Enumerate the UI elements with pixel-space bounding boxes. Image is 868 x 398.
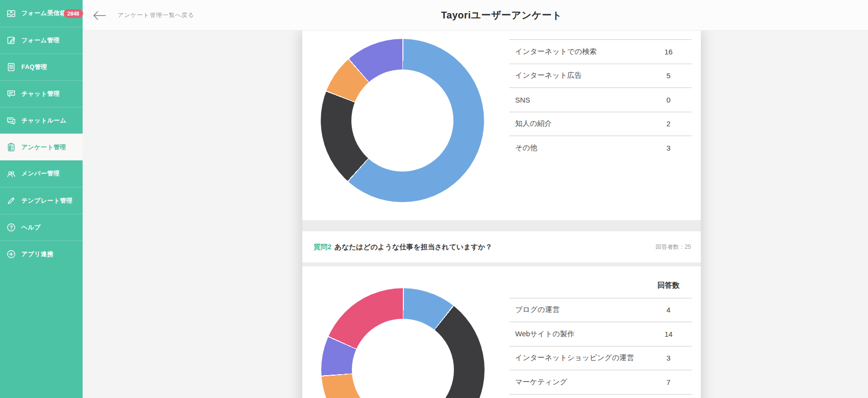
answer-count: 4 (645, 306, 692, 314)
table-row: インターネット広告5 (509, 64, 692, 88)
inbox-count-badge: 2848 (64, 9, 83, 18)
back-link-label: アンケート管理一覧へ戻る (118, 11, 194, 19)
answer-count: 3 (645, 354, 692, 362)
back-arrow-icon (93, 11, 106, 20)
answer-label: インターネットショッピングの運営 (509, 353, 645, 363)
answers-table-q2: 回答数ブログの運営4Webサイトの製作14インターネットショッピングの運営3マー… (509, 274, 692, 398)
sidebar-item-help[interactable]: ? ヘルプ (0, 214, 83, 241)
answer-count: 16 (645, 48, 692, 56)
sidebar-item-chat-management[interactable]: チャット管理 (0, 80, 83, 107)
sidebar-item-template-management[interactable]: テンプレート管理 (0, 187, 83, 214)
donut-chart-q2[interactable] (321, 288, 485, 398)
sidebar-item-faq-management[interactable]: FAQ管理 (0, 53, 83, 80)
sidebar-item-label: ヘルプ (21, 224, 41, 232)
sidebar-item-label: FAQ管理 (21, 63, 47, 71)
answer-label: Webサイトの製作 (509, 329, 645, 339)
sidebar-item-label: フォーム受信箱 (21, 9, 66, 17)
app-window: フォーム受信箱 2848 フォーム管理 FAQ管理 (0, 0, 868, 398)
answer-count: 5 (645, 71, 692, 80)
back-button[interactable]: アンケート管理一覧へ戻る (93, 0, 194, 31)
answer-count: 7 (645, 378, 692, 386)
table-row-divider (509, 394, 692, 398)
app-link-icon (6, 249, 17, 260)
answer-label: SNS (509, 96, 645, 104)
table-header-row: 回答数 (509, 274, 692, 298)
inbox-icon (6, 8, 17, 19)
question2-card: 回答数ブログの運営4Webサイトの製作14インターネットショッピングの運営3マー… (302, 266, 701, 398)
answer-label: 知人の紹介 (509, 119, 645, 128)
sidebar-item-member-management[interactable]: メンバー管理 (0, 160, 83, 187)
top-bar: アンケート管理一覧へ戻る Tayoriユーザーアンケート (83, 0, 868, 31)
sidebar-item-label: フォーム管理 (21, 36, 60, 45)
question2-header-card: 質問2あなたはどのような仕事を担当されていますか？ 回答者数：25 (302, 231, 701, 262)
question1-card: インターネットでの検索16インターネット広告5SNS0知人の紹介2その他3 (302, 31, 701, 220)
svg-text:?: ? (10, 225, 13, 230)
page-title: Tayoriユーザーアンケート (302, 0, 701, 31)
sidebar-item-label: チャット管理 (21, 90, 60, 98)
answer-label: インターネットでの検索 (509, 47, 645, 56)
table-row: インターネットショッピングの運営3 (509, 346, 692, 370)
sidebar-item-form-management[interactable]: フォーム管理 (0, 27, 83, 53)
answer-count: 0 (645, 96, 692, 104)
members-icon (6, 169, 17, 179)
donut-chart-q1[interactable] (321, 39, 484, 202)
template-pencil-icon (6, 195, 17, 206)
sidebar-item-label: アプリ連携 (21, 250, 53, 259)
answer-label: マーケティング (509, 378, 645, 387)
sidebar-item-label: チャットルーム (21, 117, 67, 125)
table-row: マーケティング7 (509, 370, 692, 394)
sidebar-item-chat-room[interactable]: チャットルーム (0, 107, 83, 134)
table-row: 知人の紹介2 (509, 112, 692, 136)
results-column: インターネットでの検索16インターネット広告5SNS0知人の紹介2その他3 質問… (302, 31, 701, 398)
answer-label: ブログの運営 (509, 305, 645, 314)
question2-title: 質問2あなたはどのような仕事を担当されていますか？ (313, 242, 656, 252)
survey-clipboard-icon (6, 142, 17, 153)
answer-count: 2 (645, 120, 692, 128)
answer-label: その他 (509, 143, 645, 153)
sidebar-item-survey-management[interactable]: アンケート管理 (0, 134, 83, 160)
help-icon: ? (6, 222, 17, 233)
table-row: SNS0 (509, 87, 692, 112)
table-row: その他3 (509, 136, 692, 160)
form-edit-icon (6, 35, 17, 46)
sidebar-item-label: アンケート管理 (21, 143, 66, 152)
sidebar-item-app-integration[interactable]: アプリ連携 (0, 241, 83, 267)
table-row: ブログの運営4 (509, 298, 692, 322)
chat-icon (6, 88, 17, 99)
answer-count: 14 (645, 330, 692, 338)
answers-table-q1: インターネットでの検索16インターネット広告5SNS0知人の紹介2その他3 (509, 39, 692, 160)
answer-label: インターネット広告 (509, 71, 645, 80)
table-row: インターネットでの検索16 (509, 39, 692, 64)
sidebar: フォーム受信箱 2848 フォーム管理 FAQ管理 (0, 0, 83, 398)
question2-respondents-count: 回答者数：25 (656, 243, 691, 251)
question2-number-label: 質問2 (313, 243, 331, 251)
faq-doc-icon (6, 62, 17, 72)
question2-text: あなたはどのような仕事を担当されていますか？ (334, 243, 492, 251)
table-row: Webサイトの製作14 (509, 322, 692, 346)
sidebar-item-label: メンバー管理 (21, 170, 60, 178)
chat-room-icon (6, 115, 17, 126)
answer-count: 3 (645, 144, 692, 152)
sidebar-item-form-inbox[interactable]: フォーム受信箱 2848 (0, 0, 83, 27)
main-content: インターネットでの検索16インターネット広告5SNS0知人の紹介2その他3 質問… (83, 31, 868, 398)
sidebar-item-label: テンプレート管理 (21, 197, 72, 205)
answer-count-header: 回答数 (645, 281, 692, 290)
